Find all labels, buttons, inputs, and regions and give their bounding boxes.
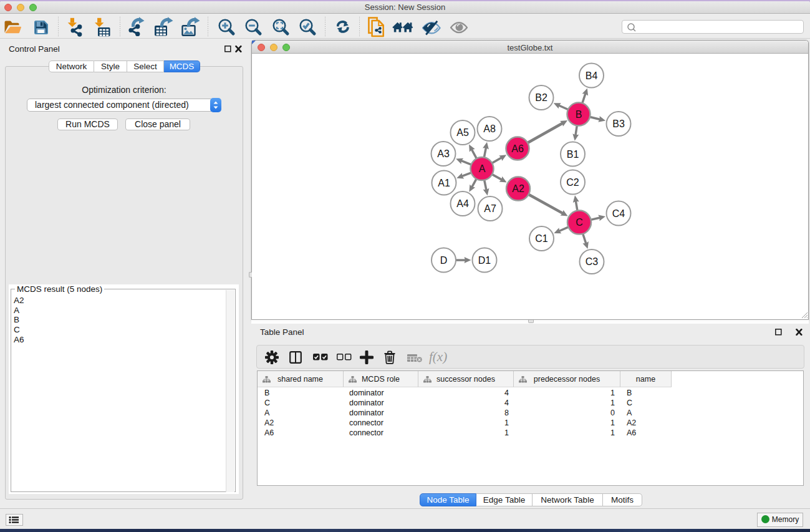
svg-text:C3: C3 — [586, 256, 599, 267]
svg-text:A1: A1 — [438, 178, 450, 188]
svg-text:A2: A2 — [512, 183, 524, 194]
svg-text:B1: B1 — [567, 149, 579, 160]
svg-text:A3: A3 — [437, 148, 450, 159]
svg-text:A4: A4 — [456, 198, 469, 209]
svg-text:D: D — [440, 255, 448, 266]
svg-text:C: C — [576, 217, 583, 228]
svg-text:A: A — [479, 163, 486, 174]
svg-text:A5: A5 — [456, 127, 469, 138]
svg-text:A7: A7 — [484, 203, 496, 214]
svg-text:D1: D1 — [478, 255, 491, 266]
svg-text:C2: C2 — [566, 177, 579, 188]
svg-text:C4: C4 — [612, 208, 625, 219]
svg-text:A6: A6 — [511, 143, 524, 154]
svg-text:B: B — [576, 109, 582, 120]
svg-text:B2: B2 — [535, 92, 547, 103]
svg-text:A8: A8 — [483, 123, 496, 134]
svg-text:B3: B3 — [612, 118, 625, 129]
svg-text:B4: B4 — [586, 70, 598, 81]
svg-text:C1: C1 — [535, 233, 548, 244]
